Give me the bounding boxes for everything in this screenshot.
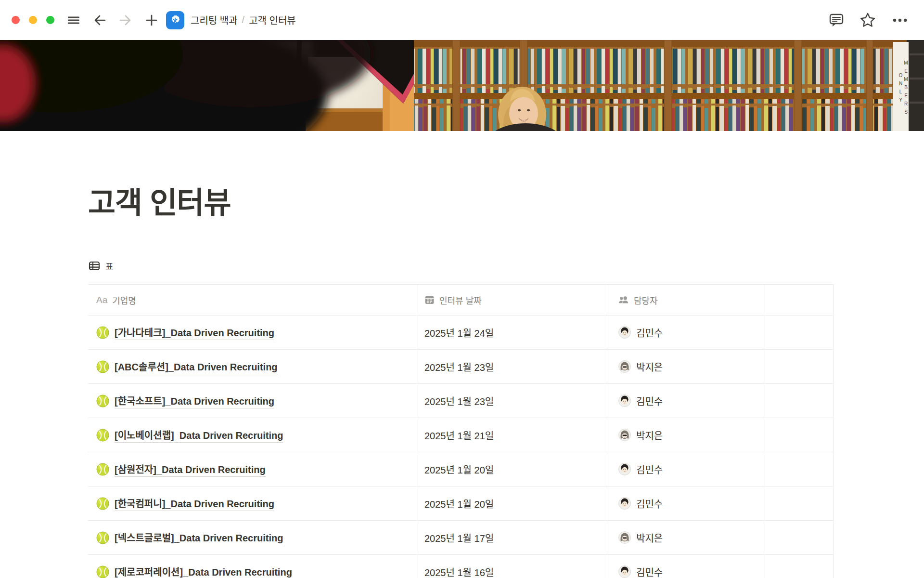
company-cell[interactable]: [한국컴퍼니]_Data Driven Recruiting	[88, 486, 418, 520]
zoom-window-button[interactable]	[46, 16, 54, 24]
company-cell[interactable]: [삼원전자]_Data Driven Recruiting	[88, 452, 418, 486]
tab-table-view[interactable]: 표	[88, 257, 114, 275]
breadcrumb: 그리팅 백과 / 고객 인터뷰	[166, 11, 296, 29]
assignee-name: 김민수	[636, 326, 663, 340]
tab-table-label: 표	[105, 260, 114, 272]
breadcrumb-separator: /	[242, 14, 245, 26]
column-label: 인터뷰 날짜	[439, 294, 482, 306]
assignee-avatar-boy	[618, 326, 631, 339]
table-row[interactable]: [ABC솔루션]_Data Driven Recruiting 2025년 1월…	[88, 350, 834, 384]
company-page-link[interactable]: [가나다테크]_Data Driven Recruiting	[115, 325, 274, 340]
assignee-name: 박지은	[636, 360, 663, 374]
new-page-button[interactable]	[142, 11, 161, 30]
table-row[interactable]: [삼원전자]_Data Driven Recruiting 2025년 1월 2…	[88, 452, 834, 486]
company-cell[interactable]: [이노베이션랩]_Data Driven Recruiting	[88, 418, 418, 452]
interview-date-cell[interactable]: 2025년 1월 21일	[418, 418, 608, 452]
forward-button[interactable]	[116, 11, 135, 30]
more-ellipsis-icon	[890, 12, 910, 29]
assignee-avatar-boy	[618, 463, 631, 475]
page-title[interactable]: 고객 인터뷰	[88, 185, 834, 221]
assignee-cell[interactable]: 김민수	[608, 452, 764, 486]
company-page-link[interactable]: [이노베이션랩]_Data Driven Recruiting	[115, 428, 283, 443]
hamburger-icon	[66, 13, 81, 28]
cover-photo-library	[0, 40, 924, 131]
comments-button[interactable]	[826, 10, 847, 31]
column-header-empty[interactable]	[764, 285, 834, 315]
interview-date: 2025년 1월 20일	[424, 497, 494, 511]
table-body: [가나다테크]_Data Driven Recruiting 2025년 1월 …	[88, 315, 834, 578]
table-row[interactable]: [가나다테크]_Data Driven Recruiting 2025년 1월 …	[88, 315, 834, 350]
table-view-icon	[88, 260, 101, 272]
text-type-icon: Aa	[96, 295, 107, 305]
assignee-avatar-boy	[618, 497, 631, 510]
company-page-link[interactable]: [한국컴퍼니]_Data Driven Recruiting	[115, 496, 274, 511]
assignee-name: 김민수	[636, 497, 663, 511]
minimize-window-button[interactable]	[29, 16, 37, 24]
assignee-name: 박지은	[636, 531, 663, 545]
assignee-cell[interactable]: 김민수	[608, 555, 764, 578]
empty-cell	[764, 418, 834, 452]
interview-date: 2025년 1월 23일	[424, 360, 494, 374]
company-page-link[interactable]: [ABC솔루션]_Data Driven Recruiting	[115, 359, 278, 374]
company-page-link[interactable]: [한국소프트]_Data Driven Recruiting	[115, 394, 274, 408]
empty-cell	[764, 521, 834, 554]
favorite-button[interactable]	[857, 9, 879, 31]
assignee-cell[interactable]: 박지은	[608, 418, 764, 452]
assignee-avatar-boy	[618, 394, 631, 407]
company-cell[interactable]: [가나다테크]_Data Driven Recruiting	[88, 315, 418, 349]
interview-date-cell[interactable]: 2025년 1월 20일	[418, 486, 608, 520]
interview-date: 2025년 1월 17일	[424, 531, 494, 545]
company-page-link[interactable]: [넥스트글로벌]_Data Driven Recruiting	[115, 530, 283, 545]
empty-cell	[764, 486, 834, 520]
breadcrumb-page[interactable]: 고객 인터뷰	[249, 13, 296, 27]
assignee-avatar-girl	[618, 429, 631, 441]
interview-date-cell[interactable]: 2025년 1월 24일	[418, 315, 608, 349]
sidebar-toggle-button[interactable]	[64, 11, 83, 30]
company-page-link[interactable]: [제로코퍼레이션]_Data Driven Recruiting	[115, 565, 292, 578]
table-row[interactable]: [넥스트글로벌]_Data Driven Recruiting 2025년 1월…	[88, 521, 834, 555]
people-icon	[618, 295, 629, 305]
comment-icon	[828, 12, 845, 29]
forward-arrow-icon	[118, 13, 133, 28]
table-row[interactable]: [한국소프트]_Data Driven Recruiting 2025년 1월 …	[88, 384, 834, 418]
tennis-ball-icon	[96, 326, 109, 339]
interview-date-cell[interactable]: 2025년 1월 16일	[418, 555, 608, 578]
table-row[interactable]: [한국컴퍼니]_Data Driven Recruiting 2025년 1월 …	[88, 486, 834, 521]
column-header-interview-date[interactable]: 인터뷰 날짜	[418, 285, 608, 315]
page-cover[interactable]: MEMBERS ONLY	[0, 40, 924, 131]
assignee-name: 김민수	[636, 565, 663, 578]
column-header-company[interactable]: Aa 기업명	[88, 285, 418, 315]
interview-date-cell[interactable]: 2025년 1월 20일	[418, 452, 608, 486]
assignee-cell[interactable]: 박지은	[608, 350, 764, 383]
database-table: Aa 기업명 인터뷰 날짜	[88, 284, 834, 578]
table-row[interactable]: [제로코퍼레이션]_Data Driven Recruiting 2025년 1…	[88, 555, 834, 578]
empty-cell	[764, 384, 834, 418]
more-options-button[interactable]	[888, 10, 911, 31]
tennis-ball-icon	[96, 429, 109, 442]
company-cell[interactable]: [넥스트글로벌]_Data Driven Recruiting	[88, 521, 418, 554]
column-header-assignee[interactable]: 담당자	[608, 285, 764, 315]
members-only-sign: MEMBERS ONLY	[893, 42, 909, 131]
breadcrumb-workspace[interactable]: 그리팅 백과	[191, 13, 238, 27]
company-cell[interactable]: [한국소프트]_Data Driven Recruiting	[88, 384, 418, 418]
assignee-cell[interactable]: 김민수	[608, 315, 764, 349]
interview-date-cell[interactable]: 2025년 1월 23일	[418, 350, 608, 383]
company-cell[interactable]: [제로코퍼레이션]_Data Driven Recruiting	[88, 555, 418, 578]
assignee-cell[interactable]: 김민수	[608, 384, 764, 418]
interview-date-cell[interactable]: 2025년 1월 23일	[418, 384, 608, 418]
interview-date-cell[interactable]: 2025년 1월 17일	[418, 521, 608, 554]
empty-cell	[764, 555, 834, 578]
company-cell[interactable]: [ABC솔루션]_Data Driven Recruiting	[88, 350, 418, 383]
close-window-button[interactable]	[12, 16, 20, 24]
calendar-icon	[424, 295, 435, 305]
tennis-ball-icon	[96, 360, 109, 373]
assignee-cell[interactable]: 김민수	[608, 486, 764, 520]
table-row[interactable]: [이노베이션랩]_Data Driven Recruiting 2025년 1월…	[88, 418, 834, 452]
assignee-avatar-boy	[618, 565, 631, 578]
interview-date: 2025년 1월 24일	[424, 326, 494, 340]
back-button[interactable]	[90, 11, 109, 30]
assignee-cell[interactable]: 박지은	[608, 521, 764, 554]
tennis-ball-icon	[96, 565, 109, 578]
company-page-link[interactable]: [삼원전자]_Data Driven Recruiting	[115, 462, 266, 477]
view-tabs: 표	[88, 257, 834, 275]
